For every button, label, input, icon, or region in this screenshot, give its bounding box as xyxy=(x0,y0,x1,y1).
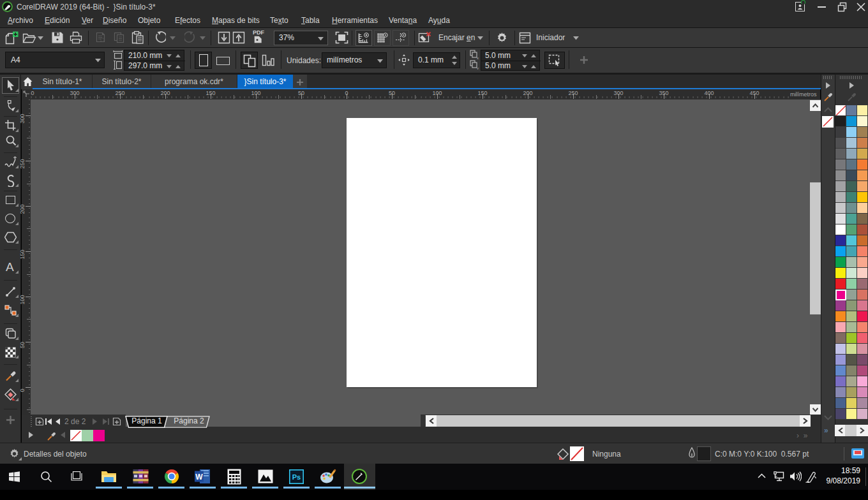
svg-text:Ps: Ps xyxy=(292,473,301,481)
svg-text:x: x xyxy=(477,56,479,59)
svg-text:W: W xyxy=(195,473,203,482)
svg-text:y: y xyxy=(477,66,479,70)
